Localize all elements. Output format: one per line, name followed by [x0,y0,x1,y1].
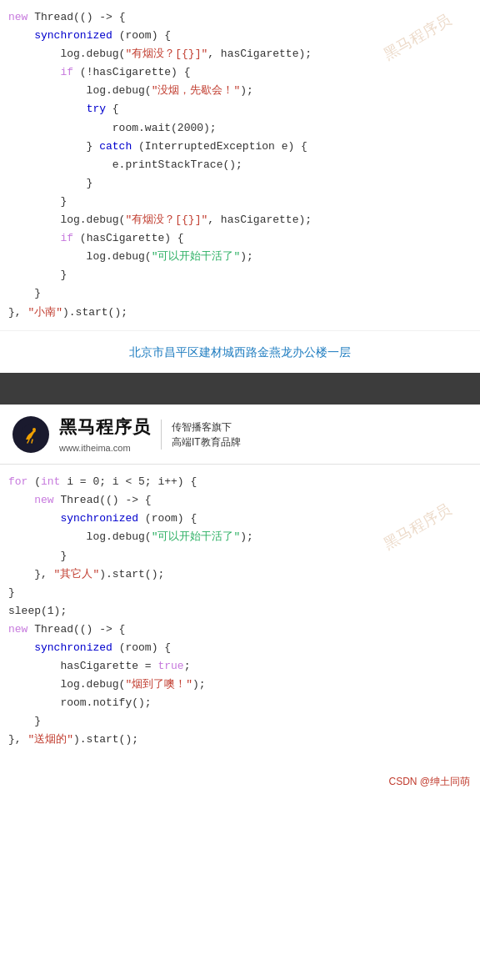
code-line: room.wait(2000); [8,119,480,138]
code-line: if (hasCigarette) { [8,229,480,248]
code-line: for (int i = 0; i < 5; i++) { [8,473,480,491]
logo-divider [161,420,162,450]
logo-text-block: 黑马程序员 www.itheima.com 传智播客旗下 高端IT教育品牌 [59,413,241,455]
code-line: } [8,266,480,284]
code-line: room.notify(); [8,694,480,712]
code-line: if (!hasCigarette) { [8,63,480,82]
code-line: synchronized (room) { [8,27,480,45]
code-line: } [8,193,480,211]
csdn-label: CSDN @绅土同萌 [388,774,470,790]
code-line: } [8,712,480,731]
code-line: log.debug("有烟没？[{}]", hasCigarette); [8,211,480,229]
code-block-2: for (int i = 0; i < 5; i++) { new Thread… [8,473,480,749]
code-line: }, "小南").start(); [8,304,480,322]
logo-bar: 黑马程序员 www.itheima.com 传智播客旗下 高端IT教育品牌 [0,405,480,465]
horse-icon [19,423,42,446]
code-line: } [8,584,480,602]
code-line: log.debug("有烟没？[{}]", hasCigarette); [8,45,480,63]
code-line: sleep(1); [8,602,480,621]
code-line: } [8,547,480,565]
code-line: } [8,284,480,303]
code-section-2: 黑马程序员 for (int i = 0; i < 5; i++) { new … [0,465,480,798]
code-line: e.printStackTrace(); [8,156,480,174]
address-bar: 北京市昌平区建材城西路金燕龙办公楼一层 [0,330,480,373]
logo-tagline: 传智播客旗下 高端IT教育品牌 [172,420,241,450]
address-text: 北京市昌平区建材城西路金燕龙办公楼一层 [129,345,351,359]
code-section-1: 黑马程序员 new Thread(() -> { synchronized (r… [0,0,480,330]
logo-name: 黑马程序员 www.itheima.com [59,413,151,455]
code-block-1: new Thread(() -> { synchronized (room) {… [8,8,480,322]
code-line: }, "送烟的").start(); [8,731,480,749]
code-line: } catch (InterruptedException e) { [8,138,480,156]
code-line: } [8,174,480,193]
code-line: log.debug("没烟，先歇会！"); [8,82,480,100]
code-line: new Thread(() -> { [8,8,480,27]
logo-icon [12,416,49,453]
dark-divider [0,373,480,405]
code-line: synchronized (room) { [8,510,480,528]
code-line: log.debug("可以开始干活了"); [8,528,480,546]
code-line: }, "其它人").start(); [8,565,480,584]
code-line: new Thread(() -> { [8,491,480,510]
code-line: new Thread(() -> { [8,621,480,639]
code-line: log.debug("可以开始干活了"); [8,248,480,266]
code-line: hasCigarette = true; [8,657,480,676]
code-line: try { [8,100,480,118]
code-line: log.debug("烟到了噢！"); [8,676,480,694]
code-line: synchronized (room) { [8,639,480,657]
svg-point-1 [32,428,36,431]
